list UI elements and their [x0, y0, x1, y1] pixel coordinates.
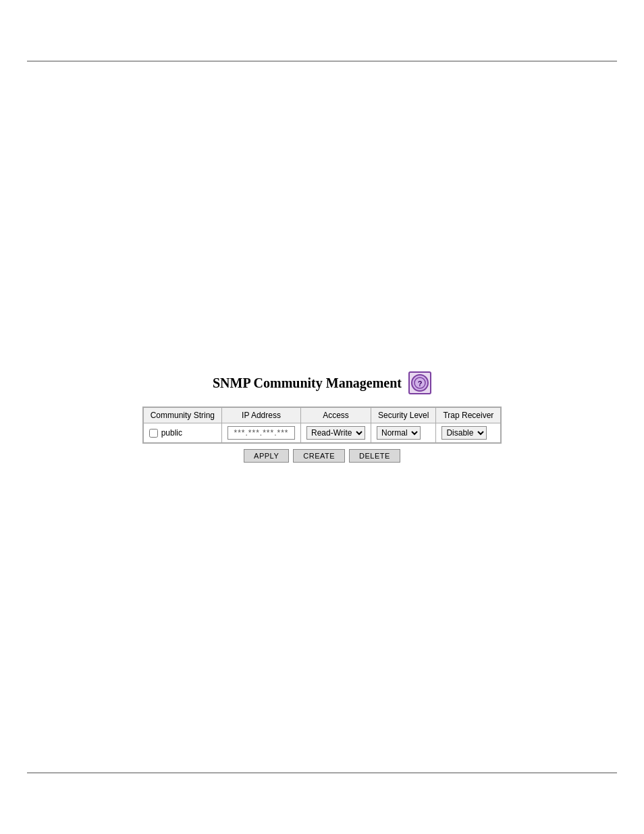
ip-address-cell	[222, 423, 301, 443]
create-button[interactable]: CREATE	[293, 449, 345, 463]
trap-receiver-select[interactable]: Disable Enable	[441, 426, 487, 440]
main-content: SNMP Community Management ? Community St…	[0, 61, 644, 773]
col-header-ip-address: IP Address	[222, 408, 301, 423]
ip-address-input[interactable]	[227, 426, 295, 440]
snmp-table: Community String IP Address Access Secur…	[143, 407, 502, 443]
community-string-value: public	[161, 428, 182, 438]
community-string-content: public	[149, 428, 216, 438]
security-level-cell: Normal High	[371, 423, 436, 443]
col-header-security-level: Security Level	[371, 408, 436, 423]
security-level-select[interactable]: Normal High	[377, 426, 421, 440]
help-icon-box[interactable]: ?	[408, 371, 431, 394]
access-cell: Read-Write Read-Only	[301, 423, 371, 443]
buttons-row: APPLY CREATE DELETE	[244, 449, 400, 463]
col-header-access: Access	[301, 408, 371, 423]
row-checkbox[interactable]	[149, 429, 158, 438]
access-select[interactable]: Read-Write Read-Only	[306, 426, 365, 440]
community-string-cell: public	[143, 423, 221, 443]
snmp-table-container: Community String IP Address Access Secur…	[142, 407, 502, 444]
col-header-trap-receiver: Trap Receiver	[436, 408, 501, 423]
trap-receiver-cell: Disable Enable	[436, 423, 501, 443]
apply-button[interactable]: APPLY	[244, 449, 289, 463]
delete-button[interactable]: DELETE	[349, 449, 400, 463]
help-icon: ?	[411, 374, 429, 392]
table-row: public Read-Write Read-Only	[143, 423, 501, 443]
page-title-area: SNMP Community Management ?	[213, 371, 431, 394]
page-title: SNMP Community Management	[213, 375, 402, 391]
bottom-rule	[27, 773, 617, 773]
col-header-community-string: Community String	[143, 408, 221, 423]
svg-text:?: ?	[418, 380, 423, 388]
